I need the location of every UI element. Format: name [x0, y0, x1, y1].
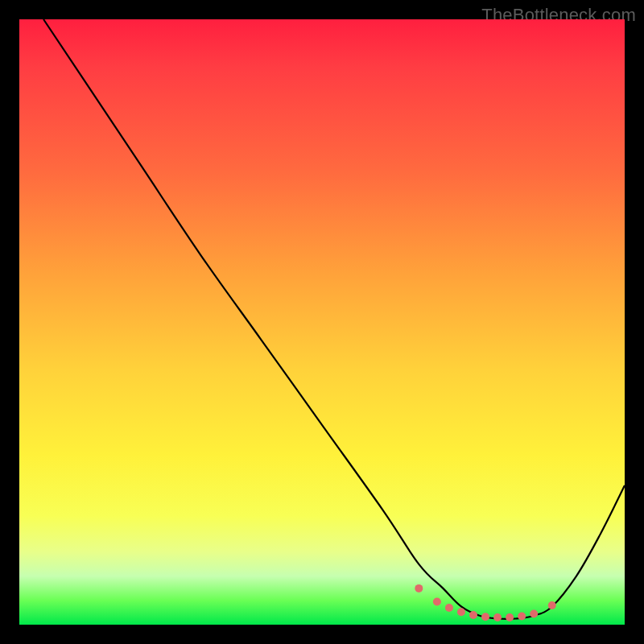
marker-dot [518, 612, 526, 620]
marker-group [415, 584, 555, 621]
marker-dot [548, 601, 556, 609]
marker-dot [415, 584, 423, 592]
marker-dot [457, 608, 465, 616]
plot-area [19, 19, 625, 625]
marker-dot [493, 613, 502, 621]
marker-dot [445, 604, 453, 612]
marker-dot [530, 609, 538, 617]
curve-layer [19, 19, 625, 625]
marker-dot [433, 597, 441, 605]
marker-dot [481, 613, 489, 621]
chart-frame: TheBottleneck.com [0, 0, 644, 644]
marker-dot [506, 613, 514, 621]
bottleneck-curve [43, 19, 625, 619]
marker-dot [469, 611, 477, 619]
